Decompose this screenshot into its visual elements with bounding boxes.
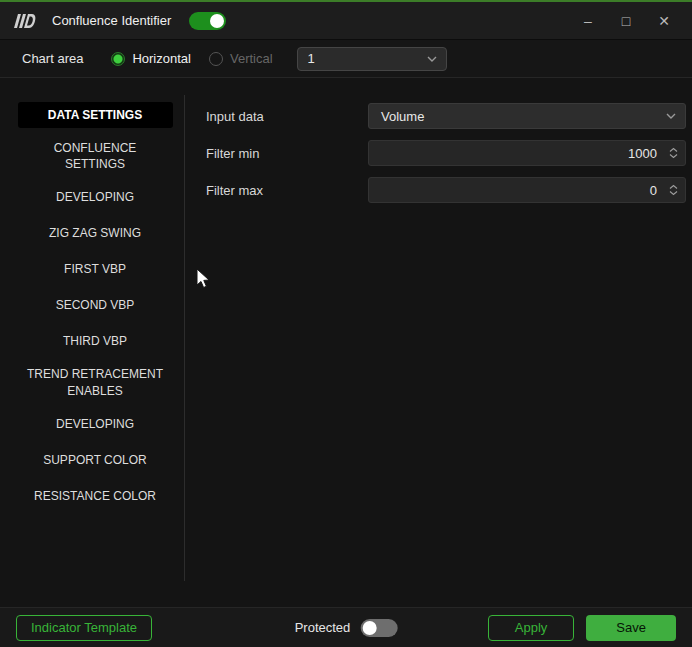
- chart-area-number-dropdown[interactable]: 1: [297, 47, 447, 71]
- title-bar: Confluence Identifier – □ ✕: [0, 2, 692, 40]
- input-data-dropdown[interactable]: Volume: [368, 103, 686, 129]
- chart-area-label: Chart area: [22, 51, 83, 66]
- content-area: DATA SETTINGS CONFLUENCE SETTINGS DEVELO…: [0, 78, 692, 607]
- sidebar-item-support-color[interactable]: SUPPORT COLOR: [18, 447, 173, 473]
- close-icon[interactable]: ✕: [650, 7, 678, 35]
- radio-horizontal[interactable]: Horizontal: [111, 51, 191, 66]
- chart-area-number-value: 1: [308, 51, 315, 66]
- sidebar: DATA SETTINGS CONFLUENCE SETTINGS DEVELO…: [0, 78, 190, 607]
- sidebar-item-trend-retracement-enables[interactable]: TREND RETRACEMENT ENABLES: [18, 364, 173, 400]
- sidebar-divider: [184, 95, 185, 581]
- sidebar-item-third-vbp[interactable]: THIRD VBP: [18, 328, 173, 354]
- radio-vertical[interactable]: Vertical: [209, 51, 273, 66]
- filter-min-input[interactable]: 1000: [368, 140, 686, 166]
- filter-max-row: Filter max 0: [206, 177, 686, 203]
- orientation-radio-group: Horizontal Vertical: [111, 51, 272, 66]
- radio-horizontal-icon: [111, 52, 125, 66]
- filter-min-value: 1000: [628, 146, 657, 161]
- input-data-row: Input data Volume: [206, 103, 686, 129]
- toggle-knob: [210, 14, 224, 28]
- radio-vertical-label: Vertical: [230, 51, 273, 66]
- toggle-knob: [362, 621, 376, 635]
- sidebar-item-confluence-settings[interactable]: CONFLUENCE SETTINGS: [18, 138, 173, 174]
- sidebar-item-developing-1[interactable]: DEVELOPING: [18, 184, 173, 210]
- filter-min-row: Filter min 1000: [206, 140, 686, 166]
- filter-max-value: 0: [650, 183, 657, 198]
- apply-button[interactable]: Apply: [488, 615, 575, 641]
- input-data-value: Volume: [381, 109, 424, 124]
- number-spinner-icon[interactable]: [669, 148, 678, 159]
- chart-area-row: Chart area Horizontal Vertical 1: [0, 40, 692, 78]
- chevron-down-icon: [427, 56, 437, 62]
- settings-panel: Input data Volume Filter min 1000: [190, 78, 692, 607]
- protected-label: Protected: [295, 620, 351, 635]
- sidebar-item-data-settings[interactable]: DATA SETTINGS: [18, 102, 173, 128]
- chevron-down-icon: [666, 113, 676, 119]
- input-data-label: Input data: [206, 109, 368, 124]
- radio-vertical-icon: [209, 52, 223, 66]
- protected-group: Protected: [295, 619, 398, 637]
- sidebar-item-zig-zag-swing[interactable]: ZIG ZAG SWING: [18, 220, 173, 246]
- footer-bar: Indicator Template Protected Apply Save: [0, 607, 692, 647]
- settings-window: Confluence Identifier – □ ✕ Chart area H…: [0, 0, 692, 647]
- save-button[interactable]: Save: [586, 615, 676, 641]
- window-controls: – □ ✕: [574, 7, 678, 35]
- radio-horizontal-label: Horizontal: [132, 51, 191, 66]
- protected-toggle[interactable]: [360, 619, 397, 637]
- number-spinner-icon[interactable]: [669, 185, 678, 196]
- filter-max-input[interactable]: 0: [368, 177, 686, 203]
- sidebar-item-developing-2[interactable]: DEVELOPING: [18, 411, 173, 437]
- sidebar-item-first-vbp[interactable]: FIRST VBP: [18, 256, 173, 282]
- sidebar-item-second-vbp[interactable]: SECOND VBP: [18, 292, 173, 318]
- filter-min-label: Filter min: [206, 146, 368, 161]
- maximize-icon[interactable]: □: [612, 7, 640, 35]
- minimize-icon[interactable]: –: [574, 7, 602, 35]
- app-logo-icon: [14, 12, 38, 30]
- window-title: Confluence Identifier: [52, 13, 171, 28]
- sidebar-item-resistance-color[interactable]: RESISTANCE COLOR: [18, 483, 173, 509]
- filter-max-label: Filter max: [206, 183, 368, 198]
- indicator-enabled-toggle[interactable]: [189, 12, 226, 30]
- footer-actions: Apply Save: [488, 615, 676, 641]
- indicator-template-button[interactable]: Indicator Template: [16, 615, 152, 641]
